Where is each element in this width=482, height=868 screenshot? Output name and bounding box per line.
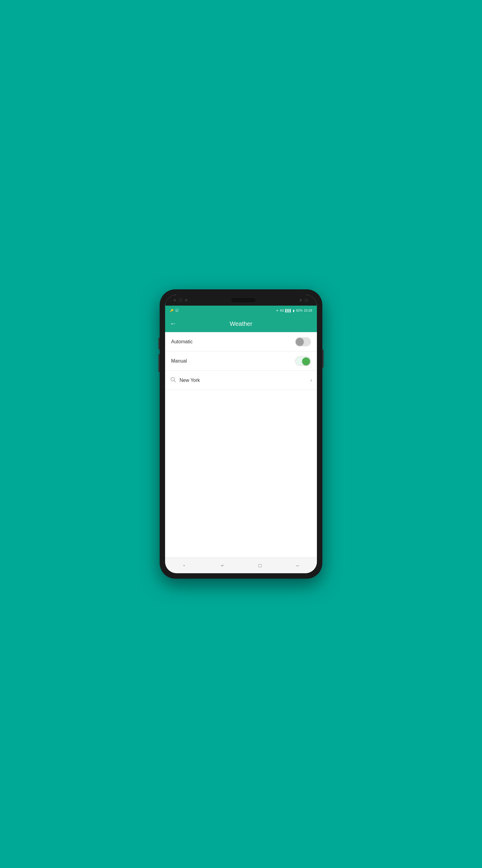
speaker-grille [231, 298, 255, 302]
phone-screen: 🔑 ☑ ✦ 4G ▌▌▌ ▮ 92% 10:28 ← Weather Autom… [165, 295, 317, 573]
svg-line-1 [174, 381, 175, 382]
automatic-row: Automatic [165, 332, 317, 351]
checkbox-icon: ☑ [175, 308, 179, 313]
notch-right [299, 298, 309, 302]
navigation-bar: • ⌐ □ ← [165, 558, 317, 573]
manual-toggle[interactable] [295, 356, 311, 366]
automatic-label: Automatic [171, 339, 193, 344]
volume-down-button [158, 354, 160, 372]
signal-icon: ▌▌▌ [285, 309, 292, 312]
notch-dot-4 [304, 298, 309, 302]
page-title: Weather [181, 320, 301, 327]
recents-button[interactable]: ⌐ [216, 560, 228, 572]
manual-toggle-thumb [302, 358, 310, 365]
automatic-toggle[interactable] [295, 337, 311, 346]
recents-icon: ⌐ [221, 563, 223, 568]
notch-dot-3 [299, 299, 302, 301]
back-nav-button[interactable]: ← [292, 560, 304, 572]
status-left-icons: 🔑 ☑ [170, 308, 179, 313]
front-camera [178, 298, 183, 302]
empty-content-area [165, 390, 317, 558]
location-row[interactable]: New York › [165, 371, 317, 390]
notch-dot-2 [185, 299, 187, 301]
settings-content: Automatic Manual [165, 332, 317, 558]
app-bar: ← Weather [165, 315, 317, 332]
search-icon [170, 376, 176, 384]
battery-icon: ▮ [293, 309, 295, 312]
phone-device: 🔑 ☑ ✦ 4G ▌▌▌ ▮ 92% 10:28 ← Weather Autom… [160, 289, 322, 579]
overview-icon: □ [258, 563, 261, 568]
overview-button[interactable]: □ [254, 560, 266, 572]
notch-dot-1 [173, 299, 176, 301]
automatic-toggle-thumb [296, 338, 304, 346]
status-right-icons: ✦ 4G ▌▌▌ ▮ 92% 10:28 [276, 309, 312, 312]
bluetooth-icon: ✦ [276, 309, 278, 312]
notch-left [173, 298, 187, 302]
status-bar: 🔑 ☑ ✦ 4G ▌▌▌ ▮ 92% 10:28 [165, 306, 317, 315]
back-button[interactable]: ← [170, 320, 176, 328]
home-button[interactable]: • [178, 560, 190, 572]
battery-percent: 92% [296, 309, 302, 312]
power-button [322, 350, 324, 368]
home-icon: • [184, 564, 185, 567]
network-type-icon: 4G [280, 309, 284, 312]
manual-row: Manual [165, 351, 317, 371]
clock: 10:28 [304, 309, 312, 312]
manual-label: Manual [171, 358, 187, 364]
phone-notch [165, 295, 317, 306]
volume-up-button [158, 338, 160, 350]
key-icon: 🔑 [170, 309, 173, 312]
back-nav-icon: ← [295, 563, 300, 568]
chevron-right-icon: › [310, 377, 312, 383]
location-text: New York [180, 378, 310, 383]
